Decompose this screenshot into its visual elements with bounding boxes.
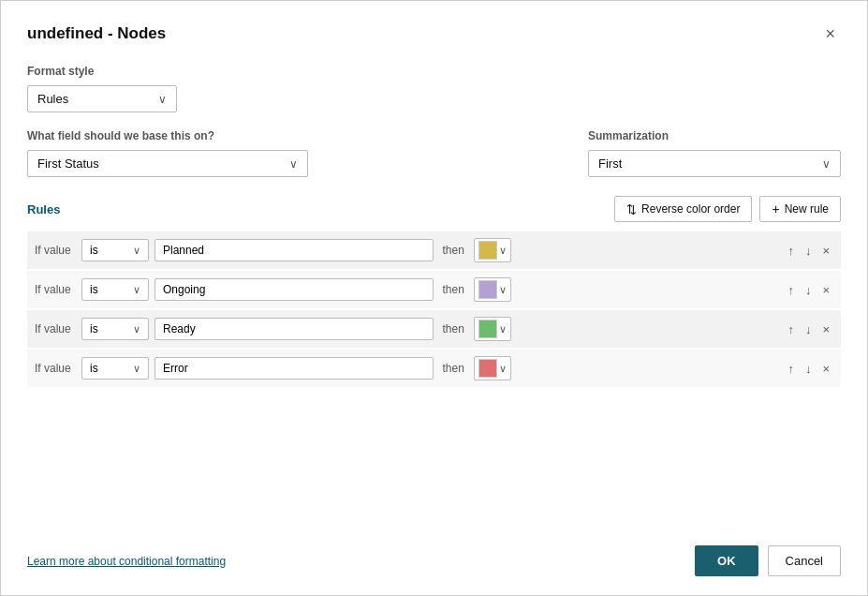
reverse-btn-label: Reverse color order (641, 202, 740, 216)
field-section: What field should we base this on? First… (27, 129, 588, 177)
new-rule-button[interactable]: + New rule (759, 196, 841, 222)
delete-rule-button[interactable]: × (818, 361, 833, 377)
color-picker[interactable]: ∨ (474, 277, 511, 302)
color-swatch (478, 320, 497, 338)
if-label: If value (35, 362, 76, 375)
summarization-chevron: ∨ (822, 157, 831, 171)
operator-value: is (90, 322, 98, 335)
move-up-button[interactable]: ↑ (784, 361, 798, 377)
move-down-button[interactable]: ↓ (802, 282, 816, 298)
rules-title: Rules (27, 202, 60, 216)
dialog-title: undefined - Nodes (27, 24, 166, 43)
ok-button[interactable]: OK (695, 545, 758, 576)
dialog-header: undefined - Nodes × (27, 23, 841, 44)
operator-chevron: ∨ (133, 363, 140, 375)
then-label: then (443, 322, 464, 335)
operator-value: is (90, 362, 98, 375)
summarization-label: Summarization (588, 129, 841, 142)
if-label: If value (35, 322, 76, 335)
color-picker[interactable]: ∨ (474, 317, 511, 341)
color-swatch (478, 241, 497, 260)
operator-select[interactable]: is ∨ (81, 318, 149, 340)
color-chevron: ∨ (499, 363, 507, 375)
move-up-button[interactable]: ↑ (784, 282, 798, 298)
format-style-value: Rules (37, 92, 68, 106)
operator-chevron: ∨ (133, 245, 140, 257)
format-style-section: Format style Rules ∨ (27, 65, 841, 112)
color-picker[interactable]: ∨ (474, 356, 511, 380)
cancel-button[interactable]: Cancel (768, 545, 841, 576)
rule-controls: ↑ ↓ × (784, 243, 833, 259)
rule-controls: ↑ ↓ × (784, 321, 833, 337)
delete-rule-button[interactable]: × (818, 243, 833, 259)
rules-actions: ⇅ Reverse color order + New rule (614, 196, 841, 222)
new-rule-label: New rule (785, 202, 829, 216)
field-label: What field should we base this on? (27, 129, 588, 142)
rule-value-input[interactable] (154, 239, 434, 261)
summarization-select[interactable]: First ∨ (588, 150, 841, 177)
color-chevron: ∨ (499, 245, 507, 257)
dialog: undefined - Nodes × Format style Rules ∨… (0, 0, 868, 596)
rule-value-input[interactable] (154, 278, 434, 301)
move-down-button[interactable]: ↓ (802, 243, 816, 259)
rule-row: If value is ∨ then ∨ ↑ ↓ × (27, 350, 841, 387)
delete-rule-button[interactable]: × (818, 321, 833, 337)
rule-value-input[interactable] (154, 318, 434, 340)
field-select[interactable]: First Status ∨ (27, 150, 308, 177)
then-label: then (443, 244, 464, 257)
footer-buttons: OK Cancel (695, 545, 841, 576)
format-style-label: Format style (27, 65, 841, 78)
operator-select[interactable]: is ∨ (81, 278, 149, 301)
learn-link[interactable]: Learn more about conditional formatting (27, 555, 226, 568)
dialog-footer: Learn more about conditional formatting … (27, 529, 841, 576)
field-value: First Status (37, 156, 99, 171)
sort-icon: ⇅ (626, 202, 637, 216)
color-picker[interactable]: ∨ (474, 238, 511, 262)
rules-header: Rules ⇅ Reverse color order + New rule (27, 196, 841, 222)
field-chevron: ∨ (289, 157, 298, 171)
rule-row: If value is ∨ then ∨ ↑ ↓ × (27, 231, 841, 269)
rule-row: If value is ∨ then ∨ ↑ ↓ × (27, 271, 841, 308)
field-summarization-row: What field should we base this on? First… (27, 129, 841, 177)
rule-controls: ↑ ↓ × (784, 282, 833, 298)
color-chevron: ∨ (499, 323, 507, 335)
operator-select[interactable]: is ∨ (81, 357, 149, 380)
format-style-chevron: ∨ (158, 93, 167, 106)
operator-chevron: ∨ (133, 323, 140, 335)
plus-icon: + (772, 201, 779, 216)
if-label: If value (35, 244, 76, 257)
then-label: then (443, 283, 464, 296)
color-chevron: ∨ (499, 284, 507, 296)
move-down-button[interactable]: ↓ (802, 321, 816, 337)
move-up-button[interactable]: ↑ (784, 243, 798, 259)
delete-rule-button[interactable]: × (818, 282, 833, 298)
if-label: If value (35, 283, 76, 296)
rule-row: If value is ∨ then ∨ ↑ ↓ × (27, 310, 841, 348)
summarization-section: Summarization First ∨ (588, 129, 841, 177)
rule-controls: ↑ ↓ × (784, 361, 833, 377)
then-label: then (443, 362, 464, 375)
move-down-button[interactable]: ↓ (802, 361, 816, 377)
rule-value-input[interactable] (154, 357, 434, 380)
summarization-value: First (598, 156, 622, 171)
operator-value: is (90, 244, 98, 257)
operator-chevron: ∨ (133, 284, 140, 296)
operator-select[interactable]: is ∨ (81, 239, 149, 261)
color-swatch (478, 280, 497, 299)
color-swatch (478, 359, 497, 378)
close-button[interactable]: × (819, 23, 841, 44)
rules-list: If value is ∨ then ∨ ↑ ↓ × If value is ∨ (27, 231, 841, 387)
format-style-select[interactable]: Rules ∨ (27, 85, 177, 112)
reverse-color-order-button[interactable]: ⇅ Reverse color order (614, 196, 752, 222)
operator-value: is (90, 283, 98, 296)
rules-section: Rules ⇅ Reverse color order + New rule I… (27, 196, 841, 529)
move-up-button[interactable]: ↑ (784, 321, 798, 337)
